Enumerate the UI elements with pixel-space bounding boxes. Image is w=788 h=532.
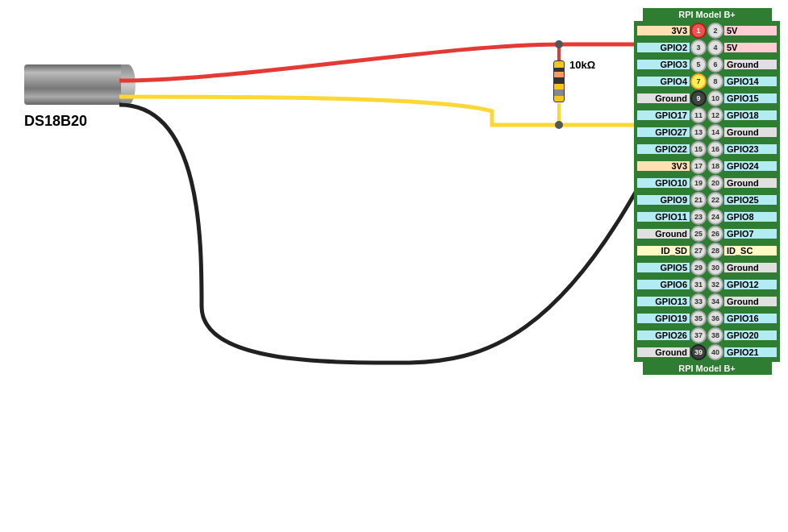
gpio-label-left: GPIO17: [637, 110, 690, 120]
gpio-pin-right: 28: [707, 243, 723, 259]
gpio-label-left: GPIO4: [637, 77, 690, 86]
gpio-label-right: Ground: [724, 127, 777, 137]
gpio-row: GPIO356Ground: [637, 56, 777, 73]
gpio-row: GPIO478GPIO14: [637, 73, 777, 89]
svg-point-2: [555, 40, 563, 48]
gpio-pin-left: 23: [690, 209, 707, 225]
gpio-row: GPIO193536GPIO16: [637, 310, 777, 326]
gpio-row: ID_SD2728ID_SC: [637, 243, 777, 259]
gpio-pin-left: 13: [690, 124, 707, 140]
gpio-pin-right: 34: [707, 293, 723, 310]
resistor-container: 10kΩ: [553, 60, 565, 102]
gpio-header: RPI Model B+ 3V3125VGPIO2345VGPIO356Grou…: [634, 8, 780, 375]
gpio-row: GPIO263738GPIO20: [637, 327, 777, 343]
gpio-row: GPIO63132GPIO12: [637, 276, 777, 293]
gpio-label-left: GPIO26: [637, 330, 690, 340]
gpio-pin-right: 40: [707, 344, 723, 360]
gpio-pin-left: 5: [690, 56, 707, 73]
gpio-pin-left: 9: [690, 90, 707, 106]
gpio-label-left: Ground: [637, 229, 690, 239]
gpio-row: 3V31718GPIO24: [637, 158, 777, 174]
gpio-pin-right: 24: [707, 209, 723, 225]
sensor-cylinder: [24, 64, 121, 105]
gpio-label-left: GPIO22: [637, 144, 690, 154]
gpio-label-left: GPIO9: [637, 195, 690, 205]
gpio-pin-left: 3: [690, 39, 707, 56]
gpio-pin-left: 7: [690, 73, 707, 89]
gpio-pin-right: 22: [707, 192, 723, 208]
gpio-title-bottom: RPI Model B+: [643, 362, 772, 375]
sensor-label: DS18B20: [24, 113, 87, 130]
gpio-pin-right: 10: [707, 90, 723, 106]
gpio-pin-right: 30: [707, 260, 723, 276]
gpio-row: Ground3940GPIO21: [637, 344, 777, 360]
gpio-pin-left: 39: [690, 344, 707, 360]
gpio-label-right: GPIO18: [724, 110, 777, 120]
gpio-label-left: 3V3: [637, 26, 690, 35]
gpio-pin-right: 18: [707, 158, 723, 174]
gpio-pin-left: 35: [690, 310, 707, 326]
gpio-pin-right: 26: [707, 226, 723, 242]
gpio-row: GPIO101920Ground: [637, 175, 777, 191]
gpio-pin-right: 20: [707, 175, 723, 191]
gpio-label-right: Ground: [724, 178, 777, 188]
gpio-label-left: Ground: [637, 94, 690, 103]
sensor-body: [24, 64, 136, 105]
gpio-label-left: GPIO27: [637, 127, 690, 137]
gpio-pin-left: 17: [690, 158, 707, 174]
gpio-label-right: GPIO12: [724, 280, 777, 289]
gpio-label-right: GPIO25: [724, 195, 777, 205]
gpio-label-left: GPIO3: [637, 60, 690, 69]
gpio-pin-left: 31: [690, 276, 707, 293]
gpio-pin-right: 6: [707, 56, 723, 73]
gpio-label-right: 5V: [724, 43, 777, 52]
gpio-pin-right: 32: [707, 276, 723, 293]
gpio-pin-right: 38: [707, 327, 723, 343]
gpio-pin-right: 36: [707, 310, 723, 326]
gpio-label-left: Ground: [637, 347, 690, 357]
gpio-label-right: GPIO8: [724, 212, 777, 222]
gpio-pin-right: 16: [707, 141, 723, 157]
sensor-tip: [121, 64, 136, 105]
gpio-label-right: GPIO15: [724, 94, 777, 103]
gpio-pin-left: 27: [690, 243, 707, 259]
gpio-pin-left: 11: [690, 107, 707, 123]
gpio-label-right: GPIO16: [724, 314, 777, 323]
gpio-pin-left: 29: [690, 260, 707, 276]
gpio-label-left: GPIO2: [637, 43, 690, 52]
gpio-title-top: RPI Model B+: [643, 8, 772, 21]
gpio-pin-left: 37: [690, 327, 707, 343]
svg-point-3: [555, 121, 563, 129]
gpio-row: GPIO52930Ground: [637, 260, 777, 276]
gpio-label-left: GPIO6: [637, 280, 690, 289]
gpio-pin-right: 12: [707, 107, 723, 123]
gpio-row: 3V3125V: [637, 23, 777, 39]
gpio-label-left: GPIO10: [637, 178, 690, 188]
gpio-pin-left: 25: [690, 226, 707, 242]
gpio-label-right: Ground: [724, 60, 777, 69]
gpio-pin-left: 15: [690, 141, 707, 157]
gpio-label-left: GPIO5: [637, 263, 690, 272]
gpio-label-left: 3V3: [637, 161, 690, 171]
gpio-label-left: GPIO11: [637, 212, 690, 222]
gpio-row: GPIO271314Ground: [637, 124, 777, 140]
gpio-label-right: GPIO24: [724, 161, 777, 171]
gpio-pin-right: 2: [707, 23, 723, 39]
gpio-rows: 3V3125VGPIO2345VGPIO356GroundGPIO478GPIO…: [634, 21, 780, 362]
gpio-pin-right: 14: [707, 124, 723, 140]
gpio-row: GPIO171112GPIO18: [637, 107, 777, 123]
gpio-label-right: GPIO21: [724, 347, 777, 357]
sensor: DS18B20: [24, 64, 136, 105]
gpio-pin-left: 21: [690, 192, 707, 208]
gpio-label-left: GPIO19: [637, 314, 690, 323]
gpio-label-right: GPIO7: [724, 229, 777, 239]
gpio-pin-left: 1: [690, 23, 707, 39]
gpio-row: GPIO133334Ground: [637, 293, 777, 310]
gpio-pin-right: 8: [707, 73, 723, 89]
resistor-label: 10kΩ: [569, 59, 595, 71]
gpio-pin-left: 19: [690, 175, 707, 191]
gpio-label-left: GPIO13: [637, 297, 690, 306]
gpio-label-right: GPIO14: [724, 77, 777, 86]
gpio-row: GPIO2345V: [637, 39, 777, 56]
gpio-label-right: 5V: [724, 26, 777, 35]
